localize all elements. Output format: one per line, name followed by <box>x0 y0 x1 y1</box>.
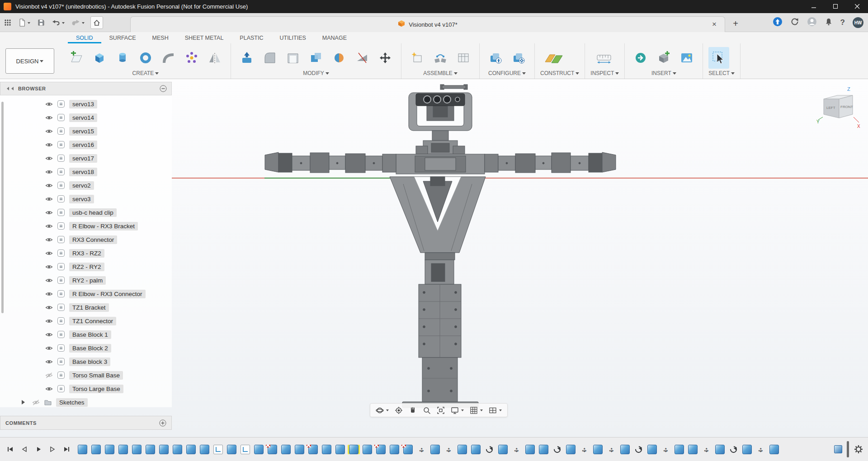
viewport-3d[interactable] <box>172 79 868 437</box>
step-forward-icon[interactable] <box>47 444 57 454</box>
visibility-eye-icon[interactable] <box>45 128 53 134</box>
inspect-dropdown[interactable]: INSPECT <box>590 70 619 77</box>
ribbon-tab[interactable]: SHEET METAL <box>177 33 232 43</box>
redo-button[interactable] <box>71 18 86 27</box>
browser-item[interactable]: Base block 3 <box>0 355 172 368</box>
insert-derive-icon[interactable] <box>630 47 651 69</box>
extrude-icon[interactable] <box>89 47 110 69</box>
timeline-feature[interactable] <box>620 445 630 454</box>
visibility-eye-icon[interactable] <box>45 101 53 107</box>
timeline-feature[interactable] <box>593 445 603 454</box>
viewports-icon[interactable] <box>489 406 502 414</box>
combine-icon[interactable] <box>306 47 326 69</box>
visibility-eye-icon[interactable] <box>45 291 53 297</box>
timeline-feature[interactable] <box>308 445 318 454</box>
timeline-feature[interactable] <box>769 445 779 454</box>
fit-icon[interactable] <box>437 406 445 414</box>
browser-item[interactable]: servo16 <box>0 138 172 151</box>
timeline-feature[interactable] <box>485 445 494 454</box>
timeline-feature[interactable] <box>471 445 481 454</box>
timeline-feature[interactable] <box>661 445 670 454</box>
browser-item[interactable]: Base Block 1 <box>0 328 172 341</box>
timeline-feature[interactable] <box>834 445 842 453</box>
document-tab[interactable]: Visionbot v4 v107* <box>130 16 725 32</box>
sweep-icon[interactable] <box>158 47 179 69</box>
split-icon[interactable] <box>352 47 373 69</box>
visibility-eye-icon[interactable] <box>45 318 53 324</box>
home-button[interactable] <box>90 16 103 29</box>
visibility-eye-icon[interactable] <box>45 264 53 270</box>
select-cursor-icon[interactable] <box>708 47 729 69</box>
visibility-eye-icon[interactable] <box>45 115 53 121</box>
step-back-icon[interactable] <box>19 444 29 454</box>
timeline-feature[interactable] <box>756 445 765 454</box>
skip-start-icon[interactable] <box>5 444 15 454</box>
minimize-button[interactable] <box>803 0 825 13</box>
mirror-icon[interactable] <box>204 47 225 69</box>
rigid-group-icon[interactable] <box>453 47 474 69</box>
timeline-feature[interactable] <box>281 445 291 454</box>
timeline-feature[interactable] <box>132 445 142 454</box>
timeline-feature[interactable] <box>444 445 453 454</box>
browser-item[interactable]: servo2 <box>0 179 172 192</box>
create-sketch-icon[interactable] <box>66 47 87 69</box>
browser-item[interactable]: servo18 <box>0 165 172 179</box>
file-menu-button[interactable] <box>17 17 32 28</box>
timeline-feature[interactable] <box>634 445 643 454</box>
maximize-button[interactable] <box>825 0 846 13</box>
browser-item[interactable]: R Elbow - RX3 Connector <box>0 287 172 301</box>
timeline-feature[interactable] <box>729 445 738 454</box>
timeline-feature[interactable] <box>403 445 413 454</box>
browser-item[interactable]: R Elbow - RX3 Bracket <box>0 219 172 233</box>
browser-item[interactable]: RX3 Connector <box>0 233 172 246</box>
visibility-eye-icon[interactable] <box>45 386 53 392</box>
ribbon-tab[interactable]: SOLID <box>68 33 101 43</box>
timeline-feature[interactable] <box>105 445 114 454</box>
timeline-feature[interactable] <box>186 445 196 454</box>
canvas-icon[interactable] <box>676 47 697 69</box>
visibility-eye-icon[interactable] <box>45 332 53 338</box>
browser-item[interactable]: servo17 <box>0 151 172 165</box>
save-button[interactable] <box>36 18 46 28</box>
timeline-feature[interactable] <box>363 445 372 454</box>
timeline-feature[interactable] <box>688 445 698 454</box>
timeline-feature[interactable] <box>91 445 101 454</box>
visibility-eye-icon[interactable] <box>45 155 53 161</box>
torus-icon[interactable] <box>135 47 156 69</box>
timeline-feature[interactable] <box>525 445 535 454</box>
job-status-icon[interactable] <box>773 17 783 28</box>
timeline-feature[interactable] <box>647 445 657 454</box>
configuration-table-icon[interactable] <box>508 47 529 69</box>
construct-dropdown[interactable]: CONSTRUCT <box>540 70 579 77</box>
browser-item[interactable]: Base Block 2 <box>0 341 172 355</box>
fillet-icon[interactable] <box>259 47 280 69</box>
help-icon[interactable] <box>840 18 845 27</box>
visibility-eye-icon[interactable] <box>45 223 53 229</box>
new-tab-button[interactable] <box>730 18 741 29</box>
new-component-icon[interactable] <box>407 47 428 69</box>
browser-item-sketches[interactable]: Sketches <box>0 395 172 409</box>
ribbon-tab[interactable]: MESH <box>144 33 177 43</box>
browser-item[interactable]: RX3 - RZ2 <box>0 246 172 260</box>
measure-icon[interactable] <box>590 47 618 69</box>
browser-item[interactable]: Torso Large Base <box>0 382 172 395</box>
timeline-feature[interactable] <box>213 445 223 454</box>
profile-icon[interactable] <box>807 17 817 28</box>
orbit-icon[interactable] <box>376 406 389 414</box>
visibility-eye-icon[interactable] <box>45 169 53 175</box>
visibility-eye-icon[interactable] <box>32 400 40 405</box>
joint-icon[interactable] <box>430 47 451 69</box>
visibility-eye-icon[interactable] <box>45 305 53 310</box>
browser-item[interactable]: servo3 <box>0 192 172 206</box>
configure-dropdown[interactable]: CONFIGURE <box>485 70 529 77</box>
browser-item[interactable]: servo14 <box>0 111 172 124</box>
timeline-feature[interactable] <box>458 445 467 454</box>
browser-item[interactable]: TZ1 Connector <box>0 314 172 328</box>
timeline-feature[interactable] <box>417 445 426 454</box>
timeline-feature[interactable] <box>159 445 169 454</box>
app-launcher-icon[interactable] <box>3 18 13 28</box>
timeline-feature[interactable] <box>742 445 752 454</box>
play-icon[interactable] <box>33 444 43 454</box>
timeline-feature[interactable] <box>268 445 277 454</box>
timeline-feature[interactable] <box>146 445 155 454</box>
